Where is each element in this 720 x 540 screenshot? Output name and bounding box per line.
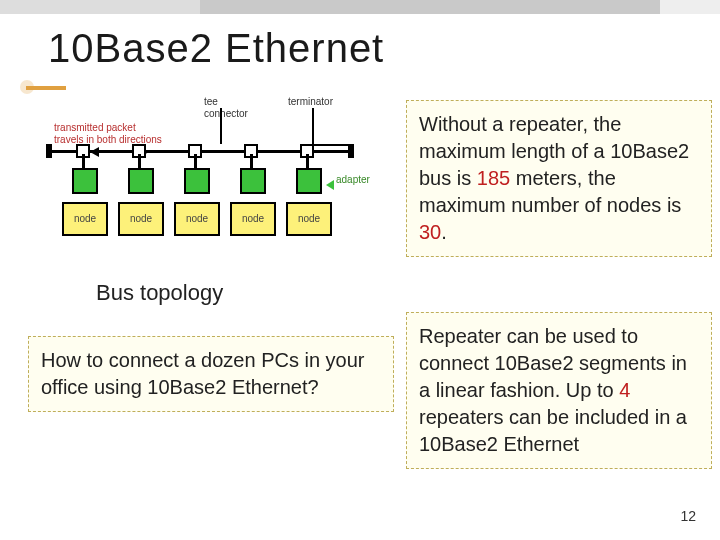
packet-arrow-left-icon (90, 147, 99, 157)
adapter-nic (296, 168, 322, 194)
tee-connector-label: tee connector (204, 96, 248, 120)
drop-cable (250, 154, 253, 168)
fact-box-limits: Without a repeater, the maximum length o… (406, 100, 712, 257)
value-185: 185 (477, 167, 510, 189)
terminator-pointer-line-h (312, 144, 348, 146)
question-text: How to connect a dozen PCs in your offic… (41, 349, 365, 398)
question-box: How to connect a dozen PCs in your offic… (28, 336, 394, 412)
terminator-pointer-line (312, 108, 314, 144)
drop-cable (82, 154, 85, 168)
title-accent-line (26, 86, 66, 90)
slide-top-bar (0, 0, 720, 14)
adapter-nic (184, 168, 210, 194)
drop-cable (138, 154, 141, 168)
adapter-nic (128, 168, 154, 194)
value-30: 30 (419, 221, 441, 243)
value-4: 4 (619, 379, 630, 401)
terminator-left (46, 144, 52, 158)
terminator-right (348, 144, 354, 158)
adapter-label: adapter (336, 174, 370, 185)
drop-cable (306, 154, 309, 168)
packet-label: transmitted packet travels in both direc… (54, 122, 162, 146)
terminator-label: terminator (288, 96, 333, 108)
packet-label-line1: transmitted packet (54, 122, 136, 133)
node-box: node (174, 202, 220, 236)
diagram-caption: Bus topology (96, 280, 223, 306)
bus-topology-diagram: transmitted packet travels in both direc… (44, 96, 364, 276)
drop-cable (194, 154, 197, 168)
node-box: node (286, 202, 332, 236)
adapter-nic (72, 168, 98, 194)
node-box: node (230, 202, 276, 236)
slide-title: 10Base2 Ethernet (48, 26, 384, 71)
fact-box-repeaters: Repeater can be used to connect 10Base2 … (406, 312, 712, 469)
node-box: node (118, 202, 164, 236)
tee-pointer-line (220, 108, 222, 144)
page-number: 12 (680, 508, 696, 524)
node-box: node (62, 202, 108, 236)
adapter-arrow-icon (326, 180, 334, 190)
adapter-nic (240, 168, 266, 194)
